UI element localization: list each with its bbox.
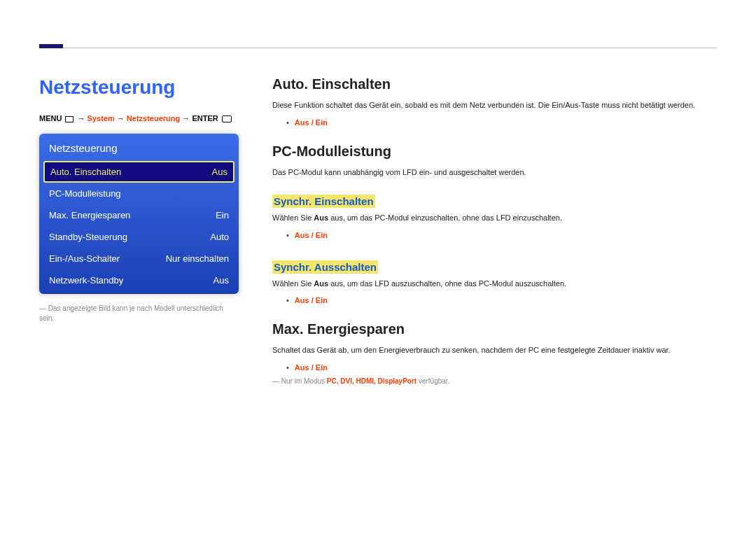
breadcrumb-menu: MENU [39,114,62,122]
breadcrumb-system: System [88,114,115,122]
page-title: Netzsteuerung [39,76,239,99]
subsection-desc: Wählen Sie Aus aus, um das LFD auszuscha… [272,278,717,290]
section-max-energiesparen: Max. Energiesparen Schaltet das Gerät ab… [272,321,717,385]
option-values: Aus / Ein [295,296,328,304]
menu-row-label: PC-Modulleistung [49,188,121,199]
desc-em: Aus [314,279,328,288]
option-values: Aus / Ein [295,363,328,372]
footnote: Nur im Modus PC, DVI, HDMI, DisplayPort … [272,377,717,385]
breadcrumb: MENU → System → Netzsteuerung → ENTER [39,114,239,122]
menu-row-label: Max. Energiesparen [49,210,130,220]
section-desc: Das PC-Modul kann unabhängig vom LFD ein… [272,167,717,178]
menu-row-value: Auto [210,232,229,242]
section-heading: Auto. Einschalten [272,76,717,92]
menu-panel: Netzsteuerung Auto. Einschalten Aus PC-M… [39,134,239,294]
breadcrumb-enter: ENTER [192,114,218,122]
menu-row-value: Ein [216,210,229,220]
section-auto-einschalten: Auto. Einschalten Diese Funktion schalte… [272,76,717,128]
footnote-modes: PC, DVI, HDMI, DisplayPort [327,377,416,385]
subsection-desc: Wählen Sie Aus aus, um das PC-Modul einz… [272,212,717,224]
desc-em: Aus [314,213,328,222]
option-values: Aus / Ein [295,231,328,239]
menu-row-standby-steuerung[interactable]: Standby-Steuerung Auto [39,226,239,248]
menu-icon [65,116,74,122]
section-heading: PC-Modulleistung [272,143,717,160]
footnote-text: Nur im Modus [281,377,327,385]
section-heading: Max. Energiesparen [272,321,717,337]
caption-note: Das angezeigte Bild kann je nach Modell … [39,304,239,323]
page-accent-mark [39,44,63,48]
menu-row-netzwerk-standby[interactable]: Netzwerk-Standby Aus [39,269,239,294]
breadcrumb-netzsteuerung: Netzsteuerung [127,114,180,122]
subsection-heading-synchr-ausschalten: Synchr. Ausschalten [272,260,378,274]
section-desc: Schaltet das Gerät ab, um den Energiever… [272,344,717,356]
desc-text: aus, um das LFD auszuschalten, ohne das … [328,279,566,288]
menu-row-max-energiesparen[interactable]: Max. Energiesparen Ein [39,204,239,226]
menu-row-label: Standby-Steuerung [49,232,127,242]
menu-row-value: Nur einschalten [166,253,229,264]
menu-row-auto-einschalten[interactable]: Auto. Einschalten Aus [43,161,234,183]
menu-row-value: Aus [214,275,229,286]
desc-text: aus, um das PC-Modul einzuschalten, ohne… [328,213,562,222]
menu-row-label: Netzwerk-Standby [49,275,123,286]
desc-text: Wählen Sie [272,279,314,288]
subsection-heading-synchr-einschalten: Synchr. Einschalten [272,195,375,208]
left-column: Netzsteuerung MENU → System → Netzsteuer… [39,76,239,399]
desc-text: Wählen Sie [272,213,314,222]
footnote-text: verfügbar. [416,377,449,385]
menu-panel-header: Netzsteuerung [39,134,239,161]
menu-row-ein-aus-schalter[interactable]: Ein-/Aus-Schalter Nur einschalten [39,248,239,269]
enter-icon [222,115,232,122]
menu-row-label: Auto. Einschalten [50,167,121,177]
section-pc-modulleistung: PC-Modulleistung Das PC-Modul kann unabh… [272,143,717,307]
menu-row-label: Ein-/Aus-Schalter [49,253,120,264]
option-values: Aus / Ein [295,118,328,127]
right-column: Auto. Einschalten Diese Funktion schalte… [272,76,717,399]
menu-row-value: Aus [212,167,227,177]
menu-row-pc-modulleistung[interactable]: PC-Modulleistung [39,183,239,204]
section-desc: Diese Funktion schaltet das Gerät ein, s… [272,99,717,111]
top-horizontal-rule [39,48,717,48]
